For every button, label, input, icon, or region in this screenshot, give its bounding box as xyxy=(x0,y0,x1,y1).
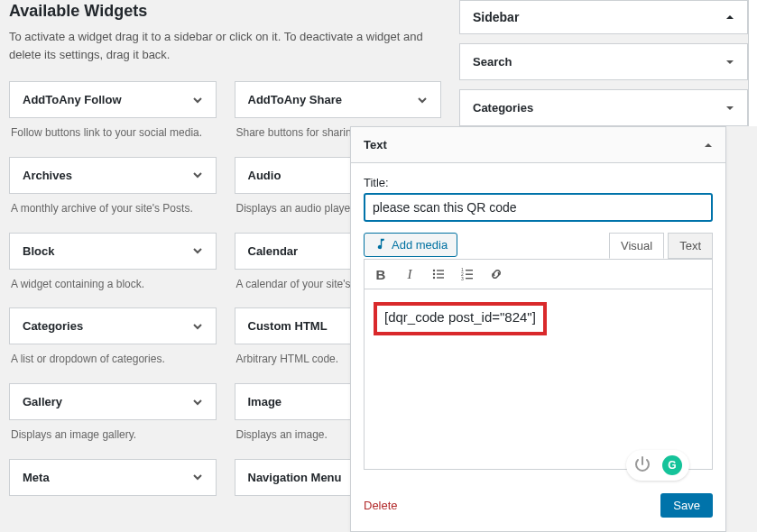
editor-header-label: Text xyxy=(364,138,387,151)
widget-label: AddToAny Share xyxy=(248,93,343,106)
widget-label: Navigation Menu xyxy=(248,471,342,484)
chevron-down-icon xyxy=(192,321,203,332)
widget-label: Image xyxy=(248,395,282,408)
sidebar-widget-categories[interactable]: Categories xyxy=(459,89,748,126)
widget-addtoany-share[interactable]: AddToAny Share xyxy=(235,81,442,118)
widget-desc: A monthly archive of your site's Posts. xyxy=(9,194,217,229)
widget-desc: Displays an image gallery. xyxy=(9,420,217,455)
svg-point-4 xyxy=(433,277,435,279)
widgets-description: To activate a widget drag it to a sideba… xyxy=(9,28,441,63)
widget-label: AddToAny Follow xyxy=(23,93,122,106)
music-note-icon xyxy=(374,237,386,252)
tab-visual[interactable]: Visual xyxy=(609,233,664,259)
caret-down-icon xyxy=(725,58,734,67)
widget-label: Gallery xyxy=(23,395,62,408)
chevron-down-icon xyxy=(192,245,203,256)
link-button[interactable] xyxy=(487,265,505,283)
editor-header[interactable]: Text xyxy=(351,127,725,163)
widget-label: Meta xyxy=(23,471,50,484)
widget-label: Calendar xyxy=(248,244,299,258)
widget-label: Audio xyxy=(248,169,282,182)
editor-toolbar: B I 123 xyxy=(364,259,713,289)
svg-rect-11 xyxy=(466,278,473,279)
chevron-down-icon xyxy=(417,95,428,105)
widget-gallery[interactable]: Gallery xyxy=(9,383,217,420)
adjacent-panel-edge xyxy=(748,0,757,126)
widget-label: Archives xyxy=(23,169,72,182)
chevron-down-icon xyxy=(192,95,203,105)
grammarly-icon[interactable]: G xyxy=(662,455,682,475)
widget-label: Custom HTML xyxy=(248,319,328,333)
numbered-list-button[interactable]: 123 xyxy=(458,265,476,283)
editor-content-area[interactable]: [dqr_code post_id="824"] xyxy=(364,289,713,470)
widget-desc: A list or dropdown of categories. xyxy=(9,344,217,380)
widget-desc: A widget containing a block. xyxy=(9,270,217,305)
widget-archives[interactable]: Archives xyxy=(9,157,217,194)
widget-label: Categories xyxy=(23,319,83,333)
tab-text[interactable]: Text xyxy=(668,233,713,259)
widget-categories[interactable]: Categories xyxy=(9,307,217,344)
svg-point-2 xyxy=(433,273,435,275)
svg-rect-7 xyxy=(466,270,473,271)
caret-up-icon xyxy=(704,141,713,150)
chevron-down-icon xyxy=(192,472,203,482)
chevron-down-icon xyxy=(192,170,203,180)
add-media-label: Add media xyxy=(392,238,448,252)
text-widget-editor: Text Title: Add media Visual Text B I 12… xyxy=(350,126,726,532)
italic-button[interactable]: I xyxy=(401,265,419,283)
svg-text:3: 3 xyxy=(461,276,464,281)
sidebar-title: Sidebar xyxy=(473,10,519,24)
caret-up-icon xyxy=(725,13,734,22)
svg-point-0 xyxy=(433,270,435,271)
svg-rect-3 xyxy=(437,273,444,274)
widget-desc xyxy=(9,496,217,516)
widget-meta[interactable]: Meta xyxy=(9,459,217,496)
sidebar-widget-search[interactable]: Search xyxy=(459,43,748,80)
title-label: Title: xyxy=(364,176,713,189)
sidebar-area-header[interactable]: Sidebar xyxy=(459,0,748,34)
caret-down-icon xyxy=(725,104,734,113)
add-media-button[interactable]: Add media xyxy=(364,233,457,257)
delete-link[interactable]: Delete xyxy=(364,499,398,512)
widget-block[interactable]: Block xyxy=(9,233,217,270)
floating-extension-controls: G xyxy=(626,450,689,481)
sidebar-widget-label: Categories xyxy=(473,101,533,115)
svg-rect-5 xyxy=(437,277,444,278)
available-widgets-heading: Available Widgets xyxy=(9,2,441,21)
svg-rect-1 xyxy=(437,270,444,271)
svg-rect-9 xyxy=(466,274,473,275)
save-button[interactable]: Save xyxy=(660,493,713,518)
widget-addtoany-follow[interactable]: AddToAny Follow xyxy=(9,81,217,118)
widget-title-input[interactable] xyxy=(364,193,713,222)
bold-button[interactable]: B xyxy=(372,265,390,283)
power-icon[interactable] xyxy=(633,455,653,475)
chevron-down-icon xyxy=(192,397,203,408)
shortcode-highlight: [dqr_code post_id="824"] xyxy=(374,302,547,335)
sidebar-widget-label: Search xyxy=(473,55,512,69)
widget-label: Block xyxy=(23,244,54,258)
bullet-list-button[interactable] xyxy=(429,265,448,283)
widget-desc: Follow buttons link to your social media… xyxy=(9,118,217,153)
